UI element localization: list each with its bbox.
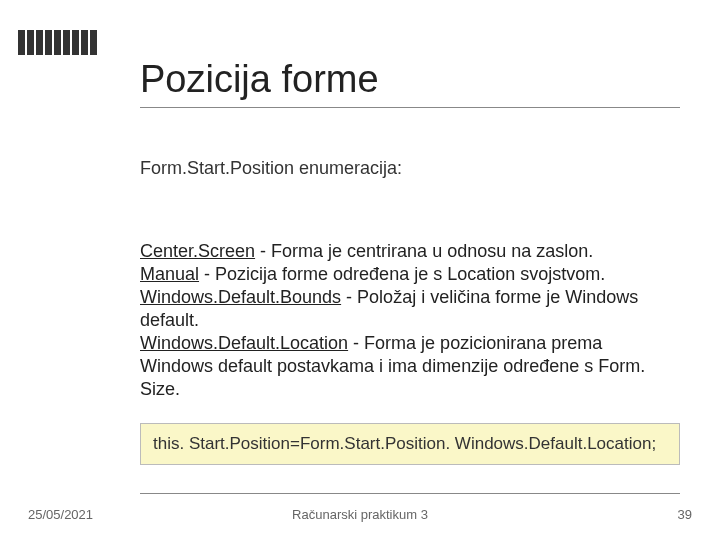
- enum-item: Center.Screen - Forma je centrirana u od…: [140, 240, 680, 263]
- enum-item: Windows.Default.Bounds - Položaj i velič…: [140, 286, 680, 332]
- decorative-squares: [18, 30, 97, 55]
- enum-name: Windows.Default.Location: [140, 333, 348, 353]
- enum-desc: - Pozicija forme određena je s Location …: [199, 264, 605, 284]
- enum-name: Manual: [140, 264, 199, 284]
- footer-divider: [140, 493, 680, 494]
- enum-name: Center.Screen: [140, 241, 255, 261]
- code-box: this. Start.Position=Form.Start.Position…: [140, 423, 680, 465]
- body-text: Center.Screen - Forma je centrirana u od…: [140, 240, 680, 401]
- enum-item: Windows.Default.Location - Forma je pozi…: [140, 332, 680, 401]
- enum-desc: - Forma je centrirana u odnosu na zaslon…: [255, 241, 593, 261]
- footer: 25/05/2021 Računarski praktikum 3 39: [0, 507, 720, 522]
- slide: Pozicija forme Form.Start.Position enume…: [0, 0, 720, 540]
- enum-item: Manual - Pozicija forme određena je s Lo…: [140, 263, 680, 286]
- slide-subtitle: Form.Start.Position enumeracija:: [140, 158, 402, 179]
- slide-title: Pozicija forme: [140, 58, 680, 108]
- enum-name: Windows.Default.Bounds: [140, 287, 341, 307]
- footer-center: Računarski praktikum 3: [0, 507, 720, 522]
